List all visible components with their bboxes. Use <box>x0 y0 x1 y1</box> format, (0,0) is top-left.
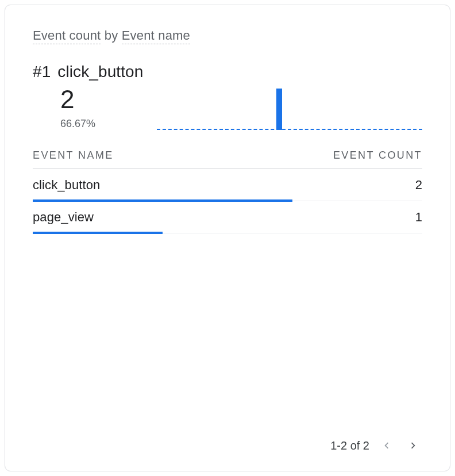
hero-rank-name: #1 click_button <box>33 63 143 81</box>
row-value: 2 <box>415 178 422 193</box>
hero-pct: 66.67% <box>60 118 143 130</box>
row-name: page_view <box>33 210 94 225</box>
card-title: Event count by Event name <box>33 28 422 43</box>
title-dimension[interactable]: Event name <box>122 28 190 44</box>
hero-section: #1 click_button 2 66.67% <box>33 63 422 130</box>
row-value: 1 <box>415 210 422 225</box>
title-metric[interactable]: Event count <box>33 28 101 44</box>
sparkline-axis <box>157 129 422 130</box>
hero-name: click_button <box>57 63 143 81</box>
hero-value: 2 <box>60 87 143 112</box>
table-row[interactable]: page_view1 <box>33 201 422 233</box>
table-header: EVENT NAME EVENT COUNT <box>33 149 422 169</box>
column-header-count: EVENT COUNT <box>333 149 422 162</box>
hero-rank: #1 <box>33 63 51 81</box>
sparkline-chart <box>157 84 422 130</box>
pager-label: 1-2 of 2 <box>330 439 369 452</box>
column-header-name: EVENT NAME <box>33 149 114 162</box>
pager-prev-button[interactable] <box>377 436 396 455</box>
chevron-right-icon <box>407 439 419 452</box>
table-row[interactable]: click_button2 <box>33 169 422 201</box>
pager: 1-2 of 2 <box>330 436 422 455</box>
hero-summary: #1 click_button 2 66.67% <box>33 63 155 130</box>
event-count-card: Event count by Event name #1 click_butto… <box>5 5 450 471</box>
row-bar <box>33 232 163 234</box>
sparkline-bar <box>276 89 282 130</box>
pager-next-button[interactable] <box>404 436 422 455</box>
title-by: by <box>101 28 121 43</box>
chevron-left-icon <box>380 439 393 452</box>
row-name: click_button <box>33 178 100 193</box>
table-body: click_button2page_view1 <box>33 169 422 233</box>
